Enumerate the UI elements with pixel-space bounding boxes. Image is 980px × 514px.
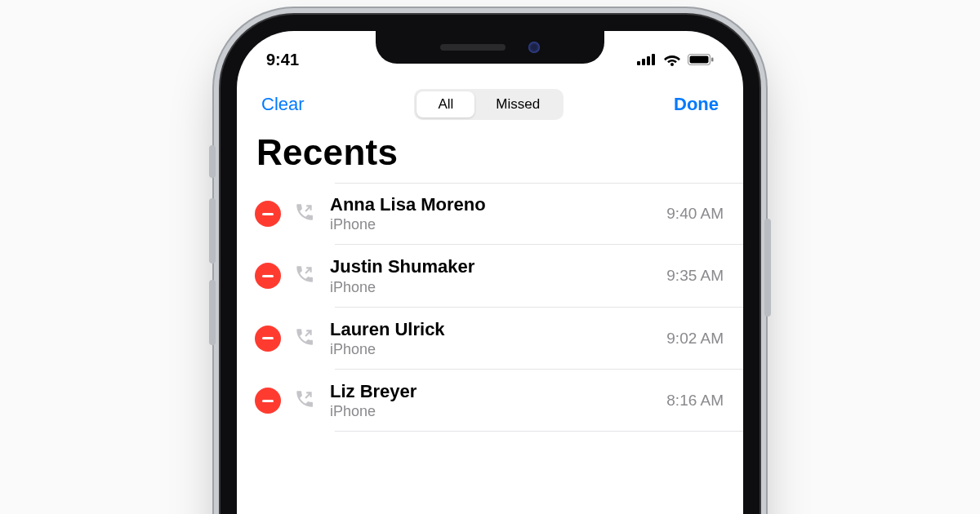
wifi-icon [663, 53, 681, 66]
caller-name: Justin Shumaker [330, 256, 653, 277]
call-row[interactable]: Lauren Ulrick iPhone 9:02 AM [237, 308, 743, 370]
svg-rect-7 [711, 58, 714, 62]
nav-bar: Clear All Missed Done [237, 85, 743, 124]
outgoing-call-icon [294, 202, 317, 226]
done-button[interactable]: Done [669, 91, 724, 118]
page-title: Recents [256, 132, 398, 173]
recents-list: Anna Lisa Moreno iPhone 9:40 AM Justin S… [237, 183, 743, 432]
segment-missed[interactable]: Missed [474, 91, 561, 117]
delete-call-button[interactable] [255, 388, 281, 414]
delete-call-button[interactable] [255, 263, 281, 289]
caller-info: Anna Lisa Moreno iPhone [330, 194, 653, 233]
mute-switch [209, 145, 216, 178]
caller-source: iPhone [330, 403, 653, 420]
svg-rect-3 [652, 54, 655, 65]
call-row[interactable]: Justin Shumaker iPhone 9:35 AM [237, 245, 743, 307]
caller-info: Justin Shumaker iPhone [330, 256, 653, 295]
cellular-icon [637, 54, 657, 65]
outgoing-call-icon [294, 264, 317, 288]
svg-rect-0 [637, 61, 640, 65]
segment-all[interactable]: All [416, 91, 474, 117]
front-camera [528, 42, 540, 53]
caller-info: Lauren Ulrick iPhone [330, 319, 653, 358]
speaker-grille [440, 44, 506, 51]
outgoing-call-icon [294, 326, 317, 351]
volume-up-button [209, 198, 216, 264]
call-row[interactable]: Liz Breyer iPhone 8:16 AM [237, 370, 743, 432]
filter-segmented-control[interactable]: All Missed [414, 89, 564, 120]
caller-name: Lauren Ulrick [330, 319, 653, 339]
caller-source: iPhone [330, 216, 653, 233]
svg-point-4 [670, 63, 674, 66]
volume-down-button [209, 280, 216, 345]
call-time: 8:16 AM [666, 392, 724, 410]
caller-name: Anna Lisa Moreno [330, 194, 653, 215]
svg-rect-1 [642, 59, 645, 65]
svg-rect-6 [690, 56, 709, 64]
battery-icon [688, 54, 714, 65]
notch [376, 31, 604, 64]
caller-name: Liz Breyer [330, 381, 653, 401]
svg-rect-2 [647, 56, 650, 65]
delete-call-button[interactable] [255, 201, 281, 227]
outgoing-call-icon [294, 388, 317, 413]
clear-button[interactable]: Clear [256, 91, 310, 118]
delete-call-button[interactable] [255, 326, 281, 352]
call-time: 9:40 AM [666, 205, 724, 223]
caller-info: Liz Breyer iPhone [330, 381, 653, 420]
side-button [764, 219, 771, 317]
call-time: 9:35 AM [666, 267, 724, 285]
call-time: 9:02 AM [666, 330, 724, 348]
status-time: 9:41 [266, 51, 299, 69]
screen: 9:41 [237, 31, 743, 514]
phone-frame: 9:41 [220, 15, 760, 514]
call-row[interactable]: Anna Lisa Moreno iPhone 9:40 AM [237, 183, 743, 245]
caller-source: iPhone [330, 279, 653, 296]
caller-source: iPhone [330, 341, 653, 358]
status-indicators [637, 53, 714, 66]
